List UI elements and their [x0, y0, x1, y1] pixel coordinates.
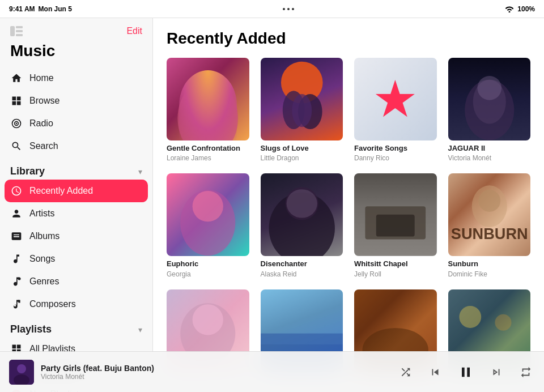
album-art-7 — [354, 173, 437, 256]
album-title-8: Sunburn — [448, 259, 531, 269]
album-artist-5: Georgia — [167, 270, 249, 278]
sidebar-item-composers[interactable]: Composers — [5, 293, 148, 316]
library-nav: Recently Added Artists Albums — [0, 180, 152, 316]
album-item-3[interactable]: ★ Favorite Songs Danny Rico — [354, 58, 437, 162]
album-art-4 — [448, 58, 531, 140]
album-art-2 — [261, 58, 343, 140]
composers-icon — [10, 298, 23, 310]
svg-point-27 — [193, 304, 223, 335]
page-title: Recently Added — [167, 29, 530, 48]
time: 9:41 AM — [9, 5, 35, 13]
dot3 — [292, 8, 294, 10]
svg-point-36 — [17, 364, 26, 373]
play-pause-button[interactable] — [456, 362, 476, 382]
album-item-1[interactable]: Gentle Confrontation Loraine James — [167, 58, 249, 162]
svg-point-14 — [477, 76, 502, 100]
nav-label-search: Search — [29, 141, 58, 151]
sidebar-item-songs[interactable]: Songs — [5, 248, 148, 270]
artists-icon — [10, 207, 23, 220]
album-title-3: Favorite Songs — [354, 144, 437, 154]
album-art-6 — [261, 173, 343, 256]
app-title: Music — [0, 40, 152, 67]
album-item-5[interactable]: Euphoric Georgia — [167, 173, 249, 278]
playlists-title: Playlists — [10, 323, 52, 335]
album-artist-4: Victoria Monét — [448, 154, 531, 162]
album-artist-8: Dominic Fike — [448, 270, 531, 278]
previous-button[interactable] — [426, 363, 444, 381]
sidebar-item-genres[interactable]: Genres — [5, 270, 148, 293]
album-title-6: Disenchanter — [261, 259, 343, 269]
search-icon — [10, 140, 23, 152]
albums-icon — [10, 230, 23, 242]
sidebar-item-search[interactable]: Search — [5, 135, 148, 157]
now-playing-bar: Party Girls (feat. Buju Banton) Victoria… — [0, 351, 544, 392]
album-art-5 — [167, 173, 249, 256]
nav-label-radio: Radio — [29, 118, 53, 129]
sidebar: Edit Music Home Browse — [0, 18, 153, 392]
sidebar-item-artists[interactable]: Artists — [5, 202, 148, 225]
favorite-star-icon: ★ — [372, 74, 418, 125]
now-playing-art — [9, 360, 34, 385]
repeat-button[interactable] — [517, 363, 535, 381]
shuffle-button[interactable] — [397, 363, 415, 381]
svg-point-4 — [18, 278, 21, 280]
sidebar-item-radio[interactable]: Radio — [5, 112, 148, 135]
now-playing-artist: Victoria Monét — [41, 373, 390, 381]
album-title-2: Slugs of Love — [261, 144, 343, 154]
svg-point-19 — [286, 190, 317, 218]
nav-label-genres: Genres — [29, 276, 59, 287]
svg-point-5 — [177, 80, 238, 140]
album-artist-7: Jelly Roll — [354, 270, 437, 278]
battery: 100% — [517, 5, 535, 13]
sidebar-toggle[interactable] — [10, 25, 26, 37]
status-left: 9:41 AM Mon Jun 5 — [9, 5, 72, 13]
sidebar-item-recently-added[interactable]: Recently Added — [5, 180, 148, 202]
nav-label-composers: Composers — [29, 299, 76, 309]
radio-icon — [10, 117, 23, 130]
album-item-2[interactable]: Slugs of Love Little Dragon — [261, 58, 343, 162]
sidebar-item-browse[interactable]: Browse — [5, 90, 148, 112]
album-item-7[interactable]: Whitsitt Chapel Jelly Roll — [354, 173, 437, 278]
album-art-8: SUNBURN — [448, 173, 531, 256]
status-bar: 9:41 AM Mon Jun 5 100% — [0, 0, 544, 18]
svg-point-33 — [459, 306, 481, 328]
album-item-6[interactable]: Disenchanter Alaska Reid — [261, 173, 343, 278]
sidebar-item-home[interactable]: Home — [5, 67, 148, 90]
status-center — [283, 8, 294, 10]
album-artist-1: Loraine James — [167, 154, 249, 162]
date: Mon Jun 5 — [39, 5, 72, 13]
home-icon — [10, 72, 23, 84]
player-controls — [397, 362, 535, 382]
album-item-8[interactable]: SUNBURN Sunburn Dominic Fike — [448, 173, 531, 278]
nav-label-home: Home — [29, 73, 54, 83]
svg-point-16 — [193, 191, 223, 221]
now-playing-info: Party Girls (feat. Buju Banton) Victoria… — [41, 364, 390, 381]
nav-label-songs: Songs — [29, 254, 55, 264]
playlists-section-header: Playlists ▾ — [0, 316, 152, 338]
nav-label-albums: Albums — [29, 231, 60, 241]
library-chevron-icon: ▾ — [138, 167, 142, 176]
library-section-header: Library ▾ — [0, 157, 152, 180]
album-title-1: Gentle Confrontation — [167, 144, 249, 154]
browse-icon — [10, 95, 23, 107]
status-right: 100% — [505, 5, 535, 13]
svg-rect-2 — [16, 30, 23, 32]
svg-rect-0 — [10, 26, 15, 36]
clock-icon — [10, 185, 23, 197]
main-content: Recently Added Gentle Confrontation Lora… — [153, 18, 544, 392]
library-title: Library — [10, 165, 45, 177]
dot2 — [287, 8, 290, 10]
album-item-4[interactable]: JAGUAR II Victoria Monét — [448, 58, 531, 162]
edit-button[interactable]: Edit — [126, 26, 142, 36]
next-button[interactable] — [487, 363, 505, 381]
svg-point-6 — [192, 71, 224, 104]
nav-label-recently-added: Recently Added — [29, 186, 93, 196]
album-artist-2: Little Dragon — [261, 154, 343, 162]
nav-label-browse: Browse — [29, 96, 60, 106]
app-container: Edit Music Home Browse — [0, 18, 544, 392]
songs-icon — [10, 253, 23, 265]
now-playing-title: Party Girls (feat. Buju Banton) — [41, 364, 390, 373]
sidebar-item-albums[interactable]: Albums — [5, 225, 148, 248]
svg-rect-3 — [16, 34, 23, 36]
dot1 — [283, 8, 285, 10]
